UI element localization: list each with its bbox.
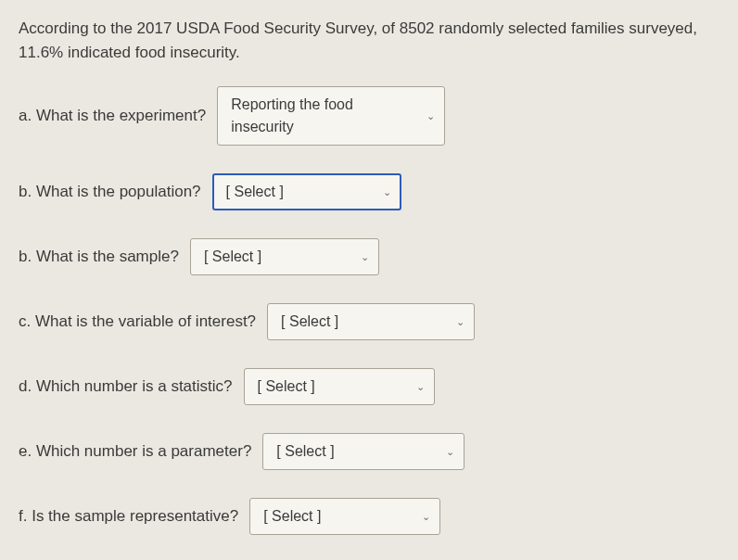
select-parameter-value: [ Select ] (276, 440, 334, 463)
select-representative-value: [ Select ] (263, 505, 321, 528)
question-d: d. Which number is a statistic? [ Select… (19, 368, 719, 405)
chevron-down-icon: ⌄ (361, 249, 369, 265)
select-statistic-value: [ Select ] (258, 375, 315, 398)
chevron-down-icon: ⌄ (456, 314, 464, 330)
select-sample-value: [ Select ] (204, 246, 261, 268)
chevron-down-icon: ⌄ (383, 185, 391, 200)
select-population-value: [ Select ] (226, 181, 284, 203)
question-a: a. What is the experiment? Reporting the… (19, 86, 719, 146)
question-b1-label: b. What is the population? (19, 180, 201, 204)
select-statistic[interactable]: [ Select ] ⌄ (244, 368, 435, 405)
question-b2-label: b. What is the sample? (19, 245, 179, 269)
question-f: f. Is the sample representative? [ Selec… (19, 498, 719, 535)
question-e-label: e. Which number is a parameter? (19, 439, 251, 464)
question-a-label: a. What is the experiment? (19, 104, 206, 128)
select-variable[interactable]: [ Select ] ⌄ (267, 303, 475, 340)
question-c: c. What is the variable of interest? [ S… (19, 303, 719, 340)
question-f-label: f. Is the sample representative? (19, 504, 238, 528)
select-experiment[interactable]: Reporting the food insecurity ⌄ (217, 86, 445, 146)
select-parameter[interactable]: [ Select ] ⌄ (262, 433, 464, 470)
question-b2: b. What is the sample? [ Select ] ⌄ (19, 238, 719, 275)
question-c-label: c. What is the variable of interest? (19, 310, 256, 334)
chevron-down-icon: ⌄ (426, 108, 435, 124)
question-d-label: d. Which number is a statistic? (19, 375, 233, 399)
select-variable-value: [ Select ] (281, 311, 338, 333)
chevron-down-icon: ⌄ (416, 379, 425, 395)
select-sample[interactable]: [ Select ] ⌄ (190, 238, 379, 275)
chevron-down-icon: ⌄ (422, 509, 430, 525)
select-representative[interactable]: [ Select ] ⌄ (249, 498, 440, 535)
select-experiment-value: Reporting the food insecurity (231, 94, 417, 138)
question-e: e. Which number is a parameter? [ Select… (19, 433, 719, 470)
intro-text: According to the 2017 USDA Food Security… (19, 17, 719, 64)
select-population[interactable]: [ Select ] ⌄ (212, 173, 401, 210)
question-b1: b. What is the population? [ Select ] ⌄ (19, 173, 719, 210)
chevron-down-icon: ⌄ (446, 444, 454, 460)
